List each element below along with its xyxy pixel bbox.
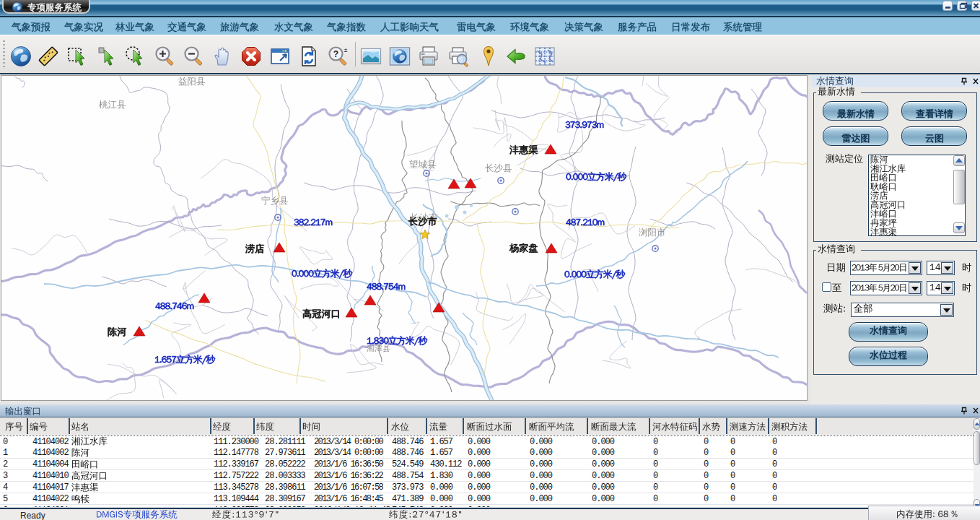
svg-text:?: ? [333, 49, 338, 59]
svg-text:±: ± [344, 46, 348, 53]
